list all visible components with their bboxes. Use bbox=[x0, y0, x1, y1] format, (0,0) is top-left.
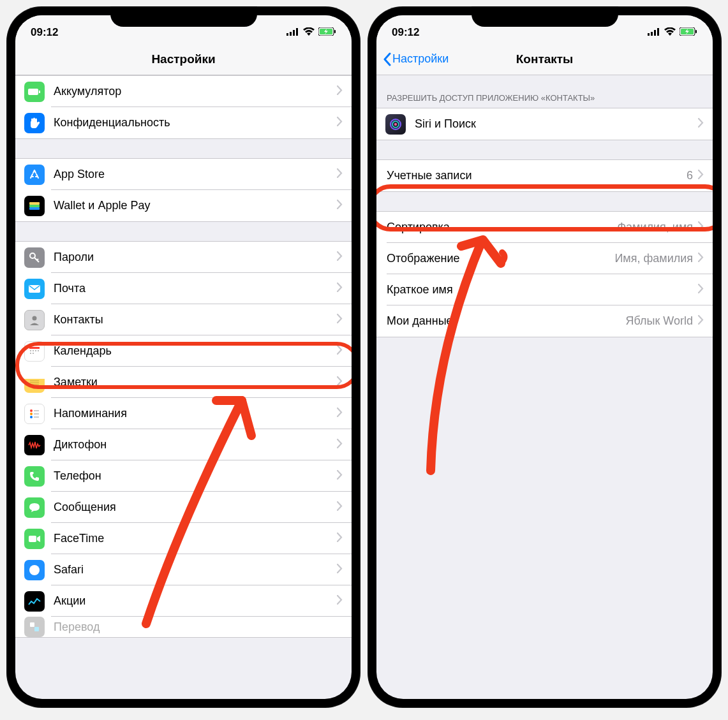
row-label: Контакты bbox=[54, 313, 337, 327]
settings-content[interactable]: Аккумулятор Конфиденциальность App Store bbox=[15, 75, 352, 699]
row-mydata[interactable]: Мои данные Яблык World bbox=[376, 305, 713, 337]
svg-rect-18 bbox=[35, 350, 36, 351]
facetime-icon bbox=[24, 529, 45, 549]
row-label: Аккумулятор bbox=[54, 85, 337, 98]
chevron-left-icon bbox=[383, 52, 391, 66]
chevron-right-icon bbox=[337, 117, 343, 129]
back-button[interactable]: Настройки bbox=[383, 52, 449, 66]
row-shortname[interactable]: Краткое имя bbox=[376, 274, 713, 305]
row-label: Пароли bbox=[54, 251, 337, 264]
row-accounts[interactable]: Учетные записи 6 bbox=[376, 160, 713, 191]
row-label: Safari bbox=[54, 563, 337, 577]
svg-rect-11 bbox=[29, 207, 40, 210]
contacts-settings-content[interactable]: Разрешить доступ приложению «Контакты» S… bbox=[376, 75, 713, 699]
chevron-right-icon bbox=[337, 168, 343, 180]
row-label: Siri и Поиск bbox=[415, 117, 698, 131]
svg-rect-15 bbox=[29, 347, 40, 349]
row-label: Сообщения bbox=[54, 501, 337, 514]
row-stocks[interactable]: Акции bbox=[15, 585, 352, 617]
contacts-group-3: Сортировка Фамилия, имя Отображение Имя,… bbox=[376, 211, 713, 337]
row-value: Имя, фамилия bbox=[614, 252, 693, 265]
row-voicememo[interactable]: Диктофон bbox=[15, 429, 352, 460]
cellular-icon bbox=[286, 27, 299, 38]
chevron-right-icon bbox=[337, 251, 343, 263]
row-passwords[interactable]: Пароли bbox=[15, 242, 352, 273]
row-value: Фамилия, имя bbox=[617, 221, 693, 234]
svg-rect-38 bbox=[657, 28, 659, 36]
calendar-icon bbox=[24, 341, 45, 362]
group-header: Разрешить доступ приложению «Контакты» bbox=[376, 75, 713, 108]
svg-rect-7 bbox=[28, 89, 38, 95]
settings-group-3: Пароли Почта Контакты Календарь bbox=[15, 241, 352, 638]
row-calendar[interactable]: Календарь bbox=[15, 335, 352, 367]
screen-right: 09:12 Настройки Контакты Разрешить досту… bbox=[376, 15, 713, 699]
chevron-right-icon bbox=[337, 470, 343, 482]
row-label: Диктофон bbox=[54, 438, 337, 452]
row-reminders[interactable]: Напоминания bbox=[15, 398, 352, 429]
row-privacy[interactable]: Конфиденциальность bbox=[15, 107, 352, 138]
chevron-right-icon bbox=[337, 85, 343, 98]
key-icon bbox=[24, 247, 45, 268]
siri-icon bbox=[385, 114, 406, 135]
row-notes[interactable]: Заметки bbox=[15, 367, 352, 398]
row-label: Телефон bbox=[54, 469, 337, 483]
nav-bar: Настройки Контакты bbox=[376, 43, 713, 75]
settings-group-1: Аккумулятор Конфиденциальность bbox=[15, 75, 352, 139]
row-label: FaceTime bbox=[54, 532, 337, 545]
chevron-right-icon bbox=[337, 439, 343, 451]
translate-icon bbox=[24, 617, 45, 637]
row-display[interactable]: Отображение Имя, фамилия bbox=[376, 243, 713, 274]
svg-rect-34 bbox=[34, 627, 39, 631]
row-sort[interactable]: Сортировка Фамилия, имя bbox=[376, 212, 713, 243]
status-icons bbox=[286, 20, 336, 38]
contacts-group-1: Siri и Поиск bbox=[376, 108, 713, 140]
page-title: Контакты bbox=[516, 52, 574, 66]
row-messages[interactable]: Сообщения bbox=[15, 492, 352, 523]
svg-rect-16 bbox=[30, 350, 31, 351]
row-label: Акции bbox=[54, 594, 337, 608]
contacts-group-2: Учетные записи 6 bbox=[376, 159, 713, 192]
status-time: 09:12 bbox=[31, 20, 58, 39]
chevron-right-icon bbox=[337, 345, 343, 357]
chevron-right-icon bbox=[698, 170, 704, 182]
row-label: Отображение bbox=[387, 252, 614, 265]
row-label: Учетные записи bbox=[387, 169, 687, 182]
svg-rect-41 bbox=[695, 30, 697, 33]
chevron-right-icon bbox=[337, 283, 343, 295]
chevron-right-icon bbox=[698, 221, 704, 233]
row-translate[interactable]: Перевод bbox=[15, 617, 352, 637]
svg-rect-3 bbox=[296, 28, 298, 36]
messages-icon bbox=[24, 497, 45, 518]
nav-bar: Настройки bbox=[15, 43, 352, 75]
row-safari[interactable]: Safari bbox=[15, 554, 352, 585]
battery-charging-icon bbox=[318, 27, 336, 38]
svg-rect-20 bbox=[30, 353, 31, 354]
row-siri[interactable]: Siri и Поиск bbox=[376, 108, 713, 140]
row-facetime[interactable]: FaceTime bbox=[15, 523, 352, 554]
row-label: App Store bbox=[54, 168, 337, 181]
svg-rect-8 bbox=[39, 91, 40, 93]
contacts-icon bbox=[24, 310, 45, 330]
chevron-right-icon bbox=[337, 595, 343, 607]
row-label: Заметки bbox=[54, 376, 337, 389]
row-appstore[interactable]: App Store bbox=[15, 159, 352, 190]
phone-right: 09:12 Настройки Контакты Разрешить досту… bbox=[368, 6, 722, 708]
row-wallet[interactable]: Wallet и Apple Pay bbox=[15, 190, 352, 221]
row-phone[interactable]: Телефон bbox=[15, 460, 352, 492]
wifi-icon bbox=[664, 27, 676, 38]
svg-point-25 bbox=[30, 409, 33, 412]
svg-rect-31 bbox=[29, 536, 36, 542]
row-label: Календарь bbox=[54, 344, 337, 358]
row-label: Сортировка bbox=[387, 221, 617, 234]
phone-left: 09:12 Настройки Аккумулятор Конфиденциа bbox=[6, 6, 360, 708]
chevron-right-icon bbox=[337, 564, 343, 576]
svg-rect-21 bbox=[33, 353, 34, 354]
battery-icon bbox=[24, 82, 45, 102]
row-contacts[interactable]: Контакты bbox=[15, 304, 352, 335]
svg-rect-35 bbox=[648, 33, 650, 36]
row-label: Перевод bbox=[54, 621, 352, 634]
row-battery[interactable]: Аккумулятор bbox=[15, 76, 352, 107]
svg-rect-1 bbox=[290, 32, 292, 36]
notch bbox=[472, 6, 618, 27]
row-mail[interactable]: Почта bbox=[15, 273, 352, 304]
